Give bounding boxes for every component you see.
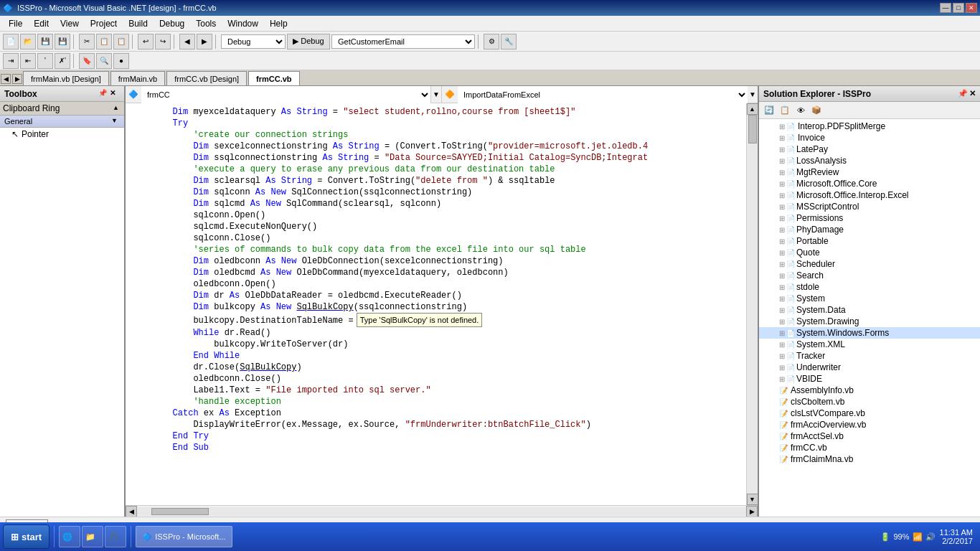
menu-tools[interactable]: Tools — [190, 17, 222, 30]
bookmark-btn[interactable]: 🔖 — [79, 53, 95, 69]
open-btn[interactable]: 📂 — [20, 34, 36, 50]
tree-item[interactable]: ⊞ 📄 Quote — [759, 247, 980, 258]
nav-back-btn[interactable]: ◀ — [179, 34, 195, 50]
unindent-btn[interactable]: ⇤ — [20, 53, 36, 69]
tree-item[interactable]: ⊞ 📄 System — [759, 293, 980, 304]
toolbox-pin-btn[interactable]: 📌 — [98, 89, 108, 99]
menu-edit[interactable]: Edit — [28, 17, 55, 30]
tree-item[interactable]: ⊞ 📄 PhyDamage — [759, 224, 980, 235]
tree-item[interactable]: 📝 AssemblyInfo.vb — [759, 385, 980, 396]
tab-frmcc-vb[interactable]: frmCC.vb — [248, 71, 300, 85]
nav-fwd-btn[interactable]: ▶ — [197, 34, 212, 50]
tree-item[interactable]: ⊞ 📄 Portable — [759, 235, 980, 247]
start-button[interactable]: ⊞ start — [3, 524, 50, 549]
solution-pin-btn[interactable]: 📌 — [958, 89, 968, 98]
toolbox-general-section[interactable]: General ▼ — [0, 116, 124, 128]
function-dropdown[interactable]: GetCustomerEmail — [331, 34, 475, 49]
tree-item[interactable]: 📝 clsLstVCompare.vb — [759, 408, 980, 419]
tree-item[interactable]: 📝 frmAcciOverview.vb — [759, 419, 980, 430]
maximize-button[interactable]: □ — [953, 3, 964, 13]
taskbar-folder-btn[interactable]: 📁 — [82, 526, 103, 547]
sol-refresh-btn[interactable]: 🔄 — [762, 103, 776, 118]
tree-item[interactable]: ⊞ 📄 Interop.PDFSplitMerge — [759, 121, 980, 132]
save-all-btn[interactable]: 💾 — [55, 34, 70, 50]
tree-item[interactable]: ⊞ 📄 Invoice — [759, 132, 980, 143]
minimize-button[interactable]: — — [940, 3, 951, 13]
find-btn[interactable]: 🔍 — [96, 53, 112, 69]
h-scroll-track[interactable] — [137, 507, 746, 516]
uncomment-btn[interactable]: ✗' — [55, 53, 70, 69]
scroll-thumb[interactable] — [748, 115, 757, 143]
solution-close-btn[interactable]: ✕ — [969, 89, 976, 98]
indent-btn[interactable]: ⇥ — [3, 53, 19, 69]
tree-item[interactable]: 📝 frmAcctSel.vb — [759, 430, 980, 442]
tree-item[interactable]: 📝 frmCC.vb — [759, 442, 980, 453]
tree-item[interactable]: ⊞ 📄 Microsoft.Office.Core — [759, 178, 980, 189]
toolbox-scroll-up[interactable]: ▲ — [113, 104, 121, 113]
tree-item[interactable]: ⊞ 📄 VBIDE — [759, 373, 980, 385]
taskbar-media-btn[interactable]: 🎵 — [105, 526, 126, 547]
tree-item[interactable]: ⊞ 📄 System.Windows.Forms — [759, 327, 980, 339]
tab-frmcc-design[interactable]: frmCC.vb [Design] — [166, 71, 247, 85]
menu-debug[interactable]: Debug — [154, 17, 190, 30]
toolbox-close-btn[interactable]: ✕ — [110, 89, 120, 99]
comment-btn[interactable]: ' — [37, 53, 53, 69]
tab-prev-btn[interactable]: ◀ — [1, 74, 11, 84]
horizontal-scrollbar[interactable]: ◀ ▶ — [126, 505, 758, 517]
sol-props-btn[interactable]: 📋 — [778, 103, 792, 118]
start-btn[interactable]: ▶ Debug — [287, 34, 330, 50]
toolbox-scroll-down[interactable]: ▼ — [111, 117, 120, 126]
gear-btn[interactable]: ⚙ — [484, 34, 499, 50]
menu-project[interactable]: Project — [85, 17, 123, 30]
code-wrapper[interactable]: Dim myexceldataquery As String = "select… — [126, 103, 746, 505]
sol-class-btn[interactable]: 📦 — [809, 103, 824, 118]
vertical-scrollbar[interactable]: ▲ ▼ — [746, 103, 758, 505]
tree-item[interactable]: ⊞ 📄 System.Data — [759, 304, 980, 316]
tree-item[interactable]: ⊞ 📄 Search — [759, 270, 980, 281]
menu-window[interactable]: Window — [222, 17, 264, 30]
breakpoint-btn[interactable]: ● — [113, 53, 129, 69]
tab-frmmain-vb[interactable]: frmMain.vb — [110, 71, 165, 85]
scroll-left-btn[interactable]: ◀ — [126, 506, 137, 517]
tree-item[interactable]: ⊞ 📄 MgtReview — [759, 166, 980, 178]
tree-item[interactable]: ⊞ 📄 MSScriptControl — [759, 201, 980, 212]
tree-item[interactable]: ⊞ 📄 Microsoft.Office.Interop.Excel — [759, 189, 980, 201]
tree-item[interactable]: ⊞ 📄 LatePay — [759, 143, 980, 155]
class-dropdown-arrow[interactable]: ▼ — [431, 90, 441, 98]
tab-next-btn[interactable]: ▶ — [12, 74, 22, 84]
toolbox-pointer-item[interactable]: ↖ Pointer — [0, 128, 124, 141]
solution-tree[interactable]: ⊞ 📄 Interop.PDFSplitMerge ⊞ 📄 Invoice ⊞ … — [759, 119, 980, 517]
scroll-up-btn[interactable]: ▲ — [747, 103, 758, 115]
tree-item[interactable]: 📝 frmClaimMna.vb — [759, 453, 980, 465]
taskbar-ie-btn[interactable]: 🌐 — [59, 526, 80, 547]
undo-btn[interactable]: ↩ — [138, 34, 154, 50]
method-selector[interactable]: ImportDataFromExcel — [458, 86, 748, 103]
debug-dropdown[interactable]: Debug — [221, 34, 286, 49]
code-content[interactable]: Dim myexceldataquery As String = "select… — [126, 103, 746, 456]
redo-btn[interactable]: ↪ — [155, 34, 171, 50]
tree-item[interactable]: 📝 clsCboltem.vb — [759, 396, 980, 408]
tree-item[interactable]: ⊞ 📄 Underwriter — [759, 362, 980, 373]
menu-help[interactable]: Help — [264, 17, 293, 30]
menu-build[interactable]: Build — [123, 17, 154, 30]
tree-item[interactable]: ⊞ 📄 Permissions — [759, 212, 980, 224]
scroll-track[interactable] — [747, 115, 758, 494]
close-button[interactable]: ✕ — [966, 3, 977, 13]
scroll-right-btn[interactable]: ▶ — [746, 506, 758, 517]
h-scroll-thumb[interactable] — [151, 508, 209, 515]
tree-item[interactable]: ⊞ 📄 Tracker — [759, 350, 980, 362]
paste-btn[interactable]: 📋 — [113, 34, 129, 50]
tree-item[interactable]: ⊞ 📄 LossAnalysis — [759, 155, 980, 166]
method-dropdown-arrow[interactable]: ▼ — [748, 90, 758, 98]
tree-item[interactable]: ⊞ 📄 System.XML — [759, 339, 980, 350]
new-project-btn[interactable]: 📄 — [3, 34, 19, 50]
copy-btn[interactable]: 📋 — [96, 34, 112, 50]
tools-btn2[interactable]: 🔧 — [501, 34, 517, 50]
tree-item[interactable]: ⊞ 📄 stdole — [759, 281, 980, 293]
scroll-down-btn[interactable]: ▼ — [747, 494, 758, 505]
cut-btn[interactable]: ✂ — [79, 34, 95, 50]
menu-view[interactable]: View — [55, 17, 85, 30]
tree-item[interactable]: ⊞ 📄 Scheduler — [759, 258, 980, 270]
sol-view-btn[interactable]: 👁 — [793, 103, 808, 118]
class-selector[interactable]: frmCC — [141, 86, 431, 103]
